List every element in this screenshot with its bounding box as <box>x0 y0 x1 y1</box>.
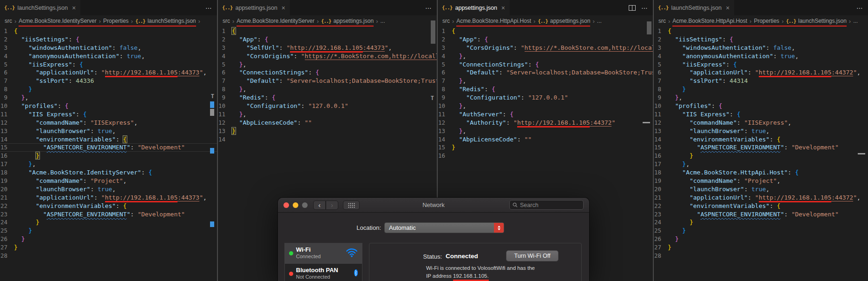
code-line-text: "IIS Express": { <box>668 110 741 119</box>
chevron-icon: › <box>750 18 751 25</box>
code-token: https://*.BookStore.com,http://locallhos… <box>305 53 437 60</box>
code-line: 6 "Default": "Server=localhost;Database=… <box>438 68 653 77</box>
breadcrumb-root[interactable]: src <box>658 18 666 24</box>
code-editor[interactable]: 1{2 "iisSettings": {3 "windowsAuthentica… <box>0 27 217 260</box>
code-line-text: "commandName": "IISExpress", <box>668 119 791 127</box>
tab-launchsettings-identityserver[interactable]: {..} launchSettings.json × <box>0 0 80 15</box>
code-line-text: }, <box>14 94 28 102</box>
chevron-icon: › <box>452 18 454 25</box>
code-token: , <box>388 44 392 51</box>
line-number: 4 <box>218 52 232 60</box>
breadcrumb-file[interactable]: appsettings.json <box>333 18 374 24</box>
more-actions-icon[interactable]: ⋯ <box>856 4 863 12</box>
code-token: { <box>777 202 781 209</box>
code-token: "Default" <box>246 77 279 84</box>
breadcrumb-segment[interactable]: Acme.BookStore.HttpApi.Host <box>672 18 747 24</box>
close-icon[interactable]: × <box>282 5 285 11</box>
location-dropdown[interactable]: Automatic <box>384 222 504 233</box>
breadcrumb-file[interactable]: launchSettings.json <box>798 18 847 24</box>
code-token: "commandName" <box>690 119 737 126</box>
code-token: "launchBrowser" <box>36 186 90 193</box>
code-line-text: "ConnectionStrings": { <box>232 68 319 77</box>
breadcrumb-trail[interactable]: ... <box>853 18 858 24</box>
tab-appsettings-httpapi-host[interactable]: {..} appsettings.json × <box>438 0 510 15</box>
breadcrumb-trail[interactable]: ... <box>597 18 602 24</box>
search-input[interactable]: Search <box>509 200 584 210</box>
code-token: } <box>36 152 39 159</box>
breadcrumb-segment[interactable]: Acme.BookStore.IdentityServer <box>237 18 314 24</box>
breadcrumb: src›Acme.BookStore.HttpApi.Host›{..}apps… <box>438 15 653 27</box>
breadcrumb-file[interactable]: launchSettings.json <box>147 18 196 24</box>
code-line: 3 "CorsOrigins": "https://*.BookStore.co… <box>438 44 653 52</box>
line-number: 5 <box>654 60 668 69</box>
breadcrumb-file[interactable]: appsettings.json <box>550 18 591 24</box>
breadcrumb: src›Acme.BookStore.IdentityServer›Proper… <box>0 15 217 27</box>
scrollbar-thumb[interactable] <box>431 20 435 44</box>
breadcrumb-segment[interactable]: Acme.BookStore.IdentityServer <box>19 18 96 24</box>
code-line: 4 "CorsOrigins": "https://*.BookStore.co… <box>218 52 437 60</box>
close-icon[interactable]: × <box>501 5 505 11</box>
breadcrumb-segment[interactable]: Properties <box>103 18 129 24</box>
line-number: 13 <box>438 127 452 135</box>
code-line: 10 }, <box>438 102 653 110</box>
code-token: "IIS Express" <box>28 111 76 118</box>
close-icon[interactable]: × <box>726 5 730 11</box>
code-token: : <box>257 36 265 43</box>
code-token: : <box>748 69 755 76</box>
code-line: 15} <box>438 143 653 152</box>
code-line-text: "iisExpress": { <box>14 60 83 69</box>
code-token: , <box>678 94 682 101</box>
code-token: : <box>141 169 149 176</box>
ruler-mark-dash <box>858 153 865 154</box>
code-token <box>668 219 690 226</box>
service-row-bluetooth-pan[interactable]: Bluetooth PAN Not Connected ᛒ <box>285 264 362 281</box>
code-token: : <box>737 177 744 184</box>
tab-appsettings-identityserver[interactable]: {..} appsettings.json × <box>218 0 290 15</box>
code-line: 16 } <box>0 152 217 160</box>
scrollbar-thumb[interactable] <box>647 21 651 34</box>
code-token <box>668 144 697 151</box>
breadcrumb-root[interactable]: src <box>442 18 450 24</box>
more-actions-icon[interactable]: ⋯ <box>425 4 432 12</box>
code-token <box>668 235 675 242</box>
line-number: 5 <box>0 60 14 69</box>
line-number: 27 <box>654 243 668 252</box>
breadcrumb-root[interactable]: src <box>223 18 230 24</box>
breadcrumb-root[interactable]: src <box>5 18 12 24</box>
code-line: 22 "environmentVariables": { <box>654 202 868 210</box>
code-line: 14 "environmentVariables": { <box>654 135 868 144</box>
code-token <box>668 36 675 43</box>
code-token: "launchBrowser" <box>690 186 744 193</box>
code-editor[interactable]: 1{2 "App": {3 "CorsOrigins": "https://*.… <box>438 27 653 160</box>
line-number: 12 <box>654 119 668 127</box>
code-token <box>452 94 466 101</box>
code-token: "commandName" <box>36 119 83 126</box>
code-line-text: "CorsOrigins": "https://*.BookStore.com,… <box>452 44 653 52</box>
code-token: : <box>521 94 528 101</box>
code-line-text: "commandName": "Project", <box>668 177 781 185</box>
service-row-wifi[interactable]: Wi-Fi Connected <box>285 243 362 264</box>
code-editor[interactable]: 1{2 "iisSettings": {3 "windowsAuthentica… <box>654 27 868 260</box>
more-actions-icon[interactable]: ⋯ <box>641 4 648 12</box>
line-number: 3 <box>438 44 452 52</box>
breadcrumb-trail[interactable]: ... <box>380 18 385 24</box>
code-token: " <box>853 194 857 201</box>
code-editor[interactable]: 1{2 "App": {3 "SelfUrl": "http://192.168… <box>218 27 437 143</box>
close-icon[interactable]: × <box>72 5 76 11</box>
line-number: 9 <box>0 94 14 102</box>
code-line: 11 "IIS Express": { <box>654 110 868 119</box>
dialog-titlebar[interactable]: ‹ › Network Search <box>278 198 589 213</box>
code-line-text: }, <box>232 110 246 119</box>
breadcrumb-segment[interactable]: Properties <box>754 18 779 24</box>
split-editor-icon[interactable] <box>629 5 636 11</box>
more-actions-icon[interactable]: ⋯ <box>205 4 212 12</box>
code-token: "anonymousAuthentication" <box>682 53 773 60</box>
tab-launchsettings-httpapi-host[interactable]: {..} launchSettings.json × <box>654 0 734 15</box>
chevron-icon: › <box>782 18 783 25</box>
code-token: , <box>857 194 861 201</box>
breadcrumb-segment[interactable]: Acme.BookStore.HttpApi.Host <box>456 18 531 24</box>
code-line: 24 } <box>0 218 217 227</box>
code-token: : <box>726 61 733 68</box>
turn-wifi-off-button[interactable]: Turn Wi-Fi Off <box>506 250 559 261</box>
code-token: , <box>462 102 466 109</box>
